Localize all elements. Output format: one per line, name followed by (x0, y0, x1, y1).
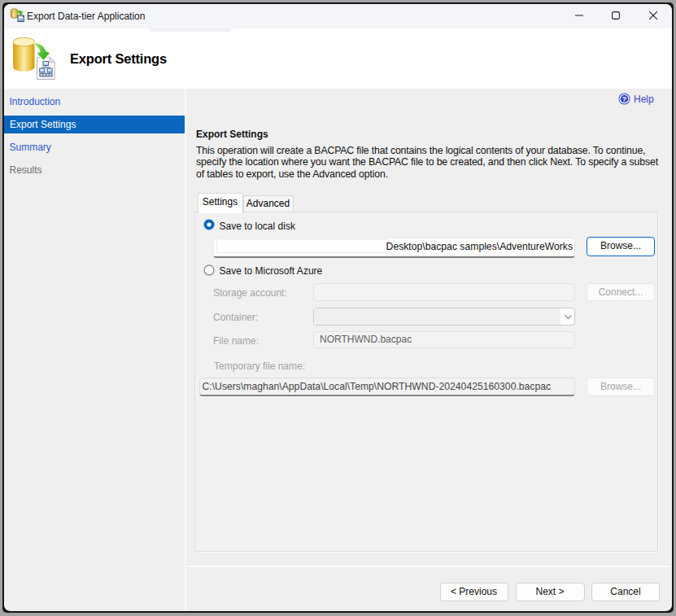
svg-text:?: ? (622, 94, 627, 103)
